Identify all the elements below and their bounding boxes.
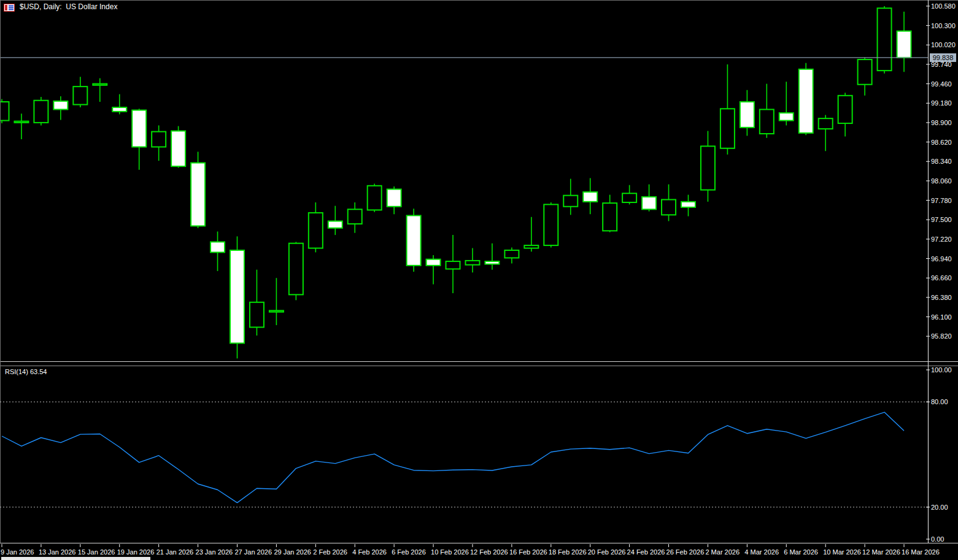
candle-body-bear [779, 113, 794, 120]
candle-body-bull [701, 146, 715, 190]
price-tick-label: 98.620 [931, 139, 952, 146]
candle-body-bull [524, 245, 538, 248]
time-tick-label: 10 Mar 2026 [823, 548, 861, 556]
price-tick-label: 100.580 [931, 2, 956, 10]
candle-body-bull [73, 86, 87, 104]
candle-body-bull [93, 84, 107, 85]
candle[interactable] [368, 183, 382, 212]
candle[interactable] [544, 202, 558, 248]
price-tick-label: 97.220 [931, 236, 952, 243]
current-price-badge: 99.838 [930, 53, 956, 62]
chart-title: $USD, Daily: US Dollar Index [20, 2, 117, 11]
candle[interactable] [191, 152, 205, 228]
candle-body-bear [799, 69, 813, 133]
candle-body-bull [14, 121, 28, 123]
price-tick-label: 99.180 [931, 99, 952, 107]
candle-body-bear [897, 31, 911, 58]
chart-window: 100.580100.300100.02099.74099.46099.1809… [0, 0, 958, 560]
candle[interactable] [799, 63, 813, 136]
candle-body-bear [387, 189, 401, 206]
candle-body-bull [465, 261, 479, 265]
price-tick-label: 96.940 [931, 255, 952, 263]
candle-body-bull [504, 250, 519, 258]
candle-body-bear [112, 107, 126, 112]
candle-body-bull [858, 59, 872, 85]
candle-body-bull [250, 302, 264, 328]
price-tick-label: 96.380 [931, 294, 952, 301]
rsi-tick-label: 0.00 [931, 535, 944, 543]
horizontal-scrollbar-thumb[interactable] [1, 557, 150, 560]
candle-body-bull [720, 109, 735, 148]
price-tick-label: 100.300 [931, 22, 956, 29]
candle-body-bear [583, 192, 597, 202]
time-tick-label: 12 Feb 2026 [470, 548, 508, 556]
price-tick-label: 96.660 [931, 274, 952, 282]
time-tick-label: 4 Feb 2026 [352, 548, 387, 556]
time-tick-label: 24 Feb 2026 [627, 548, 665, 556]
time-tick-label: 21 Jan 2026 [156, 548, 194, 556]
candle-body-bull [269, 310, 284, 312]
candle-body-bull [819, 118, 833, 129]
time-tick-label: 20 Feb 2026 [588, 548, 626, 556]
candle[interactable] [289, 242, 303, 300]
candle-body-bear [171, 131, 185, 166]
time-tick-label: 12 Mar 2026 [862, 548, 900, 556]
candle-body-bull [622, 193, 636, 202]
candle-body-bull [289, 244, 303, 295]
time-tick-label: 27 Jan 2026 [234, 548, 272, 556]
time-tick-label: 18 Feb 2026 [549, 548, 587, 556]
candle-body-bull [446, 261, 460, 269]
time-tick-label: 4 Mar 2026 [744, 548, 779, 556]
candle[interactable] [0, 99, 9, 123]
candle-body-bear [132, 110, 146, 147]
candlestick-chart-icon [4, 3, 15, 11]
time-tick-label: 23 Jan 2026 [196, 548, 233, 556]
chart-background [0, 0, 958, 560]
price-tick-label: 97.500 [931, 216, 952, 223]
rsi-tick-label: 20.00 [931, 504, 948, 511]
candle-body-bear [328, 221, 342, 228]
candle-body-bull [544, 204, 558, 245]
candle-body-bear [191, 163, 205, 226]
time-tick-label: 16 Mar 2026 [902, 548, 940, 556]
chart-title-bar: $USD, Daily: US Dollar Index [4, 2, 117, 11]
price-tick-label: 98.060 [931, 177, 952, 185]
rsi-tick-label: 80.00 [931, 398, 948, 405]
candle-body-bear [427, 259, 441, 266]
candle-body-bear [485, 261, 499, 264]
candle-body-bull [0, 102, 9, 121]
time-tick-label: 16 Feb 2026 [509, 548, 547, 556]
candle[interactable] [171, 126, 185, 168]
candle-body-bear [230, 250, 244, 343]
candle[interactable] [878, 6, 892, 74]
time-tick-label: 15 Jan 2026 [78, 548, 115, 556]
time-tick-label: 10 Feb 2026 [431, 548, 469, 556]
time-tick-label: 2 Mar 2026 [705, 548, 740, 556]
candle-body-bull [838, 96, 852, 123]
candle-body-bear [642, 197, 656, 209]
candle-body-bear [211, 242, 225, 252]
time-tick-label: 19 Jan 2026 [117, 548, 155, 556]
time-tick-label: 6 Mar 2026 [784, 548, 818, 556]
candle-body-bear [407, 215, 421, 265]
candle-body-bull [878, 8, 892, 71]
candle[interactable] [230, 236, 244, 358]
candle-body-bull [662, 199, 676, 215]
price-tick-label: 98.340 [931, 158, 952, 165]
price-tick-label: 98.900 [931, 119, 952, 126]
rsi-tick-label: 100.00 [931, 366, 952, 374]
candle-body-bull [603, 203, 617, 231]
candle[interactable] [34, 97, 48, 125]
candle-body-bull [563, 196, 578, 207]
candle-body-bull [760, 109, 774, 134]
price-tick-label: 99.460 [931, 80, 952, 88]
candlestick-chart-canvas[interactable]: 100.580100.300100.02099.74099.46099.1809… [0, 0, 958, 560]
rsi-indicator-label: RSI(14) 63.54 [5, 368, 47, 375]
candle-body-bull [34, 101, 48, 123]
candle[interactable] [407, 209, 421, 272]
candle-body-bull [309, 213, 323, 248]
candle-body-bear [53, 101, 68, 110]
time-tick-label: 13 Jan 2026 [39, 548, 76, 556]
candle-body-bear [740, 102, 754, 128]
candle-body-bull [348, 209, 362, 224]
